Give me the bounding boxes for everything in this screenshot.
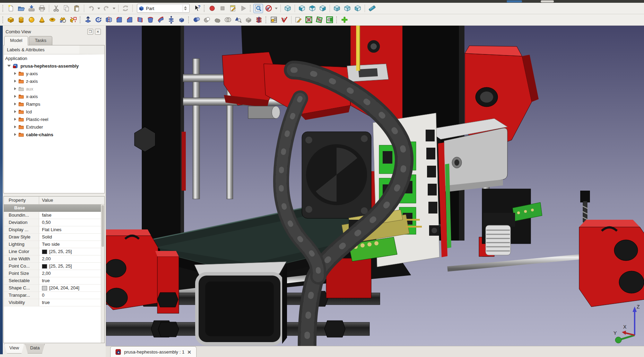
- part-cutout-icon[interactable]: [325, 15, 334, 25]
- tree-item-cable-chains[interactable]: cable-chains: [4, 131, 104, 138]
- part-compound-filter-icon[interactable]: [279, 15, 289, 25]
- part-offset-icon[interactable]: [166, 15, 176, 25]
- part-loft-icon[interactable]: [146, 15, 155, 25]
- fit-all-icon[interactable]: [253, 4, 263, 13]
- part-ruled-surface-icon[interactable]: [135, 15, 145, 25]
- part-defeaturing-icon[interactable]: [244, 15, 253, 25]
- part-cylinder-icon[interactable]: [16, 15, 26, 25]
- macro-record-icon[interactable]: [207, 4, 217, 13]
- part-cone-icon[interactable]: [37, 15, 47, 25]
- property-column-header[interactable]: Property: [4, 197, 39, 204]
- part-boolean-icon[interactable]: [192, 15, 201, 25]
- part-union-icon[interactable]: [212, 15, 222, 25]
- part-join-icon[interactable]: [340, 15, 349, 25]
- part-compound-icon[interactable]: [269, 15, 279, 25]
- paste-icon[interactable]: [72, 4, 82, 13]
- property-row-line-color[interactable]: Line Color[25, 25, 25]: [4, 248, 104, 255]
- tree-item-aux[interactable]: aux: [4, 85, 104, 93]
- tree-column-header[interactable]: Labels & Attributes: [4, 45, 104, 54]
- expander-open-icon[interactable]: [7, 65, 11, 67]
- toolbar-grip[interactable]: [266, 16, 267, 23]
- tab-view[interactable]: View: [4, 344, 24, 354]
- part-fillet-icon[interactable]: [114, 15, 124, 25]
- macro-play-icon[interactable]: [238, 4, 248, 13]
- property-row-line-width[interactable]: Line Width2,00: [4, 255, 104, 263]
- property-row-display-mode[interactable]: Display ...Flat Lines: [4, 226, 104, 234]
- property-row-lighting[interactable]: LightingTwo side: [4, 241, 104, 248]
- tree-item-plastic-reel[interactable]: Plastic-reel: [4, 115, 104, 123]
- property-row-selectable[interactable]: Selectabletrue: [4, 277, 104, 285]
- toolbar-grip[interactable]: [2, 5, 4, 12]
- macro-stop-icon[interactable]: [218, 4, 227, 13]
- part-mirror-icon[interactable]: [104, 15, 114, 25]
- viewport-3d[interactable]: Z Y X: [106, 26, 644, 346]
- property-row-point-size[interactable]: Point Size2,00: [4, 270, 104, 277]
- macro-edit-icon[interactable]: [228, 4, 238, 13]
- view-rear-icon[interactable]: [332, 4, 342, 13]
- expander-closed-icon[interactable]: [14, 125, 16, 128]
- tree-item-z-axis[interactable]: z-axis: [4, 77, 104, 85]
- part-attachment-editor-icon[interactable]: [294, 15, 303, 25]
- tree-item-lcd[interactable]: lcd: [4, 108, 104, 115]
- property-row-bounding-box[interactable]: Boundin...false: [4, 212, 104, 219]
- copy-icon[interactable]: [62, 4, 71, 13]
- tree-item-y-axis[interactable]: y-axis: [4, 70, 104, 77]
- view-bottom-icon[interactable]: [342, 4, 352, 13]
- expander-closed-icon[interactable]: [14, 118, 16, 121]
- tab-data[interactable]: Data: [25, 344, 45, 354]
- toolbar-grip[interactable]: [188, 16, 190, 23]
- expander-closed-icon[interactable]: [14, 133, 16, 136]
- toolbar-grip[interactable]: [2, 16, 4, 23]
- panel-float-icon[interactable]: ❐: [87, 29, 93, 35]
- draw-style-dropdown-caret[interactable]: [275, 8, 278, 9]
- workbench-selector-spin[interactable]: [183, 5, 188, 12]
- whats-this-icon[interactable]: ?: [192, 4, 202, 13]
- document-tab-close-icon[interactable]: ✕: [187, 349, 191, 355]
- toolbar-grip[interactable]: [250, 5, 252, 12]
- value-column-header[interactable]: Value: [39, 197, 104, 204]
- part-shape-builder-icon[interactable]: [68, 15, 78, 25]
- tree-item-extruder[interactable]: Extruder: [4, 123, 104, 131]
- expander-closed-icon[interactable]: [14, 110, 16, 113]
- save-icon[interactable]: [27, 4, 36, 13]
- expander-closed-icon[interactable]: [14, 95, 16, 98]
- redo-dropdown-caret[interactable]: [113, 8, 115, 9]
- tree-root-application[interactable]: Application: [4, 54, 104, 62]
- redo-icon[interactable]: [102, 4, 111, 13]
- property-scrollbar[interactable]: [101, 204, 104, 343]
- part-revolve-icon[interactable]: [94, 15, 103, 25]
- property-row-shape-color[interactable]: Shape C...[204, 204, 204]: [4, 285, 104, 292]
- new-document-icon[interactable]: [6, 4, 16, 13]
- undo-dropdown-caret[interactable]: [97, 8, 100, 9]
- part-connect-icon[interactable]: [304, 15, 314, 25]
- part-cut-icon[interactable]: [202, 15, 212, 25]
- part-chamfer-icon[interactable]: [125, 15, 134, 25]
- part-embed-icon[interactable]: [314, 15, 324, 25]
- tree-item-ramps[interactable]: Ramps: [4, 100, 104, 108]
- document-tab[interactable]: prusa-hephestos-assembly : 1 ✕: [110, 346, 197, 357]
- part-sweep-icon[interactable]: [156, 15, 166, 25]
- view-front-icon[interactable]: [297, 4, 307, 13]
- tab-tasks[interactable]: Tasks: [29, 36, 52, 45]
- part-cross-sections-icon[interactable]: [254, 15, 264, 25]
- toolbar-grip[interactable]: [204, 5, 206, 12]
- view-top-icon[interactable]: [307, 4, 317, 13]
- part-torus-icon[interactable]: [47, 15, 57, 25]
- expander-closed-icon[interactable]: [14, 103, 16, 105]
- property-group-base[interactable]: Base: [4, 204, 104, 212]
- measure-icon[interactable]: [367, 4, 377, 13]
- property-row-point-color[interactable]: Point Co...[25, 25, 25]: [4, 263, 104, 270]
- part-intersection-icon[interactable]: [223, 15, 233, 25]
- property-row-deviation[interactable]: Deviation0,50: [4, 219, 104, 226]
- panel-close-icon[interactable]: ✕: [95, 29, 101, 35]
- draw-style-icon[interactable]: [264, 4, 273, 13]
- property-row-transparency[interactable]: Transpar...0: [4, 292, 104, 299]
- open-folder-icon[interactable]: [16, 4, 26, 13]
- view-isometric-icon[interactable]: [283, 4, 293, 13]
- print-icon[interactable]: [37, 4, 47, 13]
- part-thickness-icon[interactable]: [177, 15, 186, 25]
- view-left-icon[interactable]: [353, 4, 363, 13]
- part-primitives-icon[interactable]: [58, 15, 68, 25]
- toolbar-grip[interactable]: [80, 16, 81, 23]
- expander-closed-icon[interactable]: [14, 80, 16, 82]
